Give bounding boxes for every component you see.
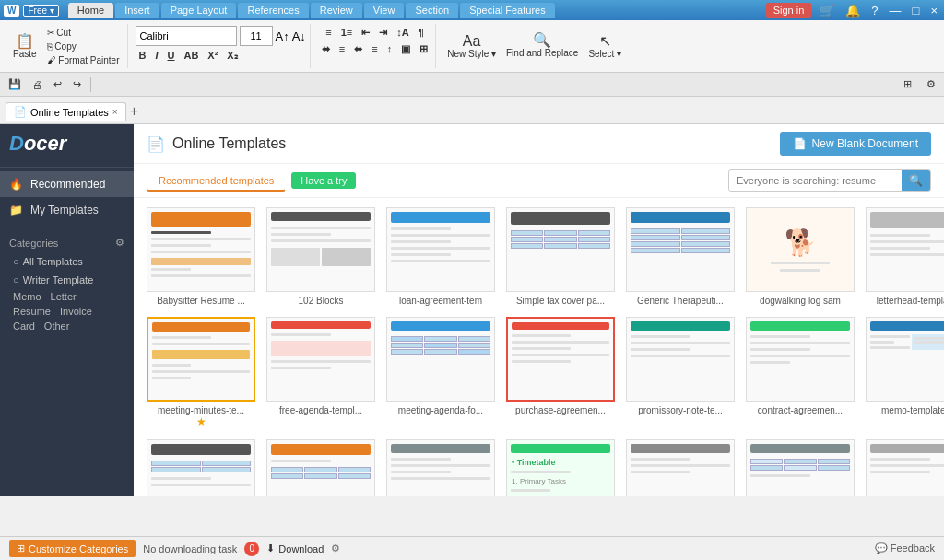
cut-button[interactable]: ✂ Cut: [43, 27, 124, 39]
superscript-button[interactable]: X²: [204, 49, 221, 63]
invoice-item[interactable]: Invoice: [60, 306, 92, 317]
template-card-business[interactable]: Business Template: [386, 439, 495, 496]
template-card-purchase-agreement[interactable]: purchase-agreemen...: [506, 317, 615, 428]
decrease-font-icon[interactable]: A↓: [292, 29, 306, 43]
feedback-button[interactable]: 💬 Feedback: [875, 542, 935, 554]
find-replace-button[interactable]: 🔍 Find and Replace: [502, 31, 582, 61]
italic-button[interactable]: I: [151, 49, 161, 63]
border-btn[interactable]: ⊞: [416, 42, 431, 56]
print-toolbar-btn[interactable]: 🖨: [28, 77, 47, 92]
free-badge[interactable]: Free ▾: [23, 5, 58, 17]
copy-button[interactable]: ⎘ Copy: [43, 41, 124, 52]
tab-review[interactable]: Review: [311, 3, 362, 18]
close-button[interactable]: ×: [927, 4, 940, 18]
template-card-free-agenda[interactable]: free-agenda-templ...: [266, 317, 375, 428]
tab-special-features[interactable]: Special Features: [460, 3, 555, 18]
align-right-btn[interactable]: ⬌: [350, 42, 366, 56]
template-card-loan[interactable]: loan-agreement-tem: [386, 207, 495, 306]
new-style-button[interactable]: Aa New Style ▾: [443, 32, 500, 61]
view-toggle-btn[interactable]: ⊞: [899, 76, 916, 92]
template-card-r3-6[interactable]: template-7: [866, 439, 944, 496]
list-number-btn[interactable]: 1≡: [337, 26, 357, 40]
template-card-remittance[interactable]: REMITTANCE TEMPLATE: [746, 439, 855, 496]
new-tab-button[interactable]: +: [126, 103, 142, 120]
template-card-dogwalking[interactable]: 🐕 dogwalking log sam: [746, 207, 855, 306]
increase-font-icon[interactable]: A↑: [276, 29, 289, 43]
maximize-button[interactable]: □: [910, 4, 923, 18]
template-card-meeting-agenda[interactable]: meeting-agenda-fo...: [386, 317, 495, 428]
minimize-button[interactable]: —: [887, 4, 904, 18]
customize-icon: ⊞: [17, 542, 25, 554]
paste-button[interactable]: 📋 Paste: [9, 32, 41, 61]
download-button[interactable]: ⬇ Download: [266, 542, 324, 554]
align-center-btn[interactable]: ≡: [336, 42, 348, 56]
template-card-babysitter[interactable]: Babysitter Resume ...: [147, 207, 255, 306]
align-left-btn[interactable]: ⬌: [318, 42, 334, 56]
tab-view[interactable]: View: [364, 3, 405, 18]
template-card-contract[interactable]: contract-agreemen...: [746, 317, 855, 428]
letter-item[interactable]: Letter: [51, 291, 77, 302]
template-card-purchase-order[interactable]: PURCHASE ORDER: [266, 439, 375, 496]
template-name-meeting-minutes: meeting-minutes-te...: [158, 405, 244, 415]
have-a-try-tab[interactable]: Have a try: [291, 172, 356, 189]
gear-icon[interactable]: ⚙: [115, 237, 124, 249]
help-icon[interactable]: ?: [868, 4, 880, 18]
customize-categories-button[interactable]: ⊞ Customize Categories: [9, 540, 136, 557]
line-spacing-btn[interactable]: ↕: [384, 42, 396, 56]
select-button[interactable]: ↖ Select ▾: [584, 32, 625, 61]
cart-icon[interactable]: 🛒: [817, 4, 837, 18]
search-input[interactable]: [729, 171, 902, 190]
sidebar-item-recommended[interactable]: 🔥 Recommended: [0, 171, 134, 197]
template-card-timetable[interactable]: • Timetable 1. Primary Tasks 2. Secondar…: [506, 439, 615, 496]
font-name-input[interactable]: [136, 26, 237, 46]
tab-page-layout[interactable]: Page Layout: [161, 3, 237, 18]
template-card-102blocks[interactable]: 102 Blocks: [266, 207, 375, 306]
indent-increase-btn[interactable]: ⇥: [375, 26, 391, 40]
tab-references[interactable]: References: [238, 3, 308, 18]
bell-icon[interactable]: 🔔: [843, 4, 863, 18]
redo-toolbar-btn[interactable]: ↪: [68, 76, 86, 92]
template-card-r3-0[interactable]: template-1: [147, 439, 255, 496]
template-card-promissory[interactable]: promissory-note-te...: [626, 317, 735, 428]
tab-section[interactable]: Section: [406, 3, 458, 18]
template-card-meeting-minutes[interactable]: meeting-minutes-te... ★: [147, 317, 255, 428]
recommended-templates-tab[interactable]: Recommended templates: [147, 170, 286, 192]
template-card-fax[interactable]: Simple fax cover pa...: [506, 207, 615, 306]
tab-insert[interactable]: Insert: [115, 3, 159, 18]
list-bullet-btn[interactable]: ≡: [322, 26, 335, 40]
search-button[interactable]: 🔍: [902, 170, 930, 191]
new-blank-document-button[interactable]: 📄 New Blank Document: [780, 132, 931, 156]
memo-item[interactable]: Memo: [13, 291, 41, 302]
underline-button[interactable]: U: [164, 49, 179, 63]
writer-template-item[interactable]: ○ Writer Template: [0, 271, 134, 289]
shading-btn[interactable]: ▣: [397, 42, 414, 56]
undo-toolbar-btn[interactable]: ↩: [49, 76, 66, 92]
sub-row-2: Resume Invoice: [0, 304, 134, 319]
sign-in-button[interactable]: Sign in: [766, 3, 812, 18]
card-item[interactable]: Card: [13, 321, 35, 332]
format-painter-button[interactable]: 🖌 Format Painter: [43, 54, 124, 66]
show-marks-btn[interactable]: ¶: [415, 26, 428, 40]
online-templates-tab[interactable]: 📄 Online Templates ×: [6, 102, 126, 121]
strikethrough-button[interactable]: AB: [180, 49, 202, 63]
subscript-button[interactable]: X₂: [223, 49, 241, 63]
sidebar-item-my-templates[interactable]: 📁 My Templates: [0, 197, 134, 223]
settings-toolbar-btn[interactable]: ⚙: [922, 76, 940, 92]
title-bar: W Free ▾ Home Insert Page Layout Referen…: [0, 0, 944, 20]
template-card-therapeutic[interactable]: Generic Therapeuti...: [626, 207, 735, 306]
all-templates-item[interactable]: ○ All Templates: [0, 252, 134, 271]
settings-status-icon[interactable]: ⚙: [331, 542, 340, 554]
template-card-r3-4[interactable]: template-5: [626, 439, 735, 496]
template-card-letterhead[interactable]: letterhead-template...: [866, 207, 944, 306]
align-justify-btn[interactable]: ≡: [368, 42, 381, 56]
save-toolbar-btn[interactable]: 💾: [4, 76, 26, 92]
sort-btn[interactable]: ↕A: [393, 26, 412, 40]
doc-tab-close-btn[interactable]: ×: [112, 107, 118, 117]
indent-decrease-btn[interactable]: ⇤: [358, 26, 373, 40]
other-item[interactable]: Other: [44, 321, 70, 332]
bold-button[interactable]: B: [136, 49, 150, 63]
tab-home[interactable]: Home: [68, 3, 113, 18]
font-size-input[interactable]: [240, 26, 273, 46]
template-card-memo14[interactable]: memo-template-14: [866, 317, 944, 428]
resume-item[interactable]: Resume: [13, 306, 51, 317]
